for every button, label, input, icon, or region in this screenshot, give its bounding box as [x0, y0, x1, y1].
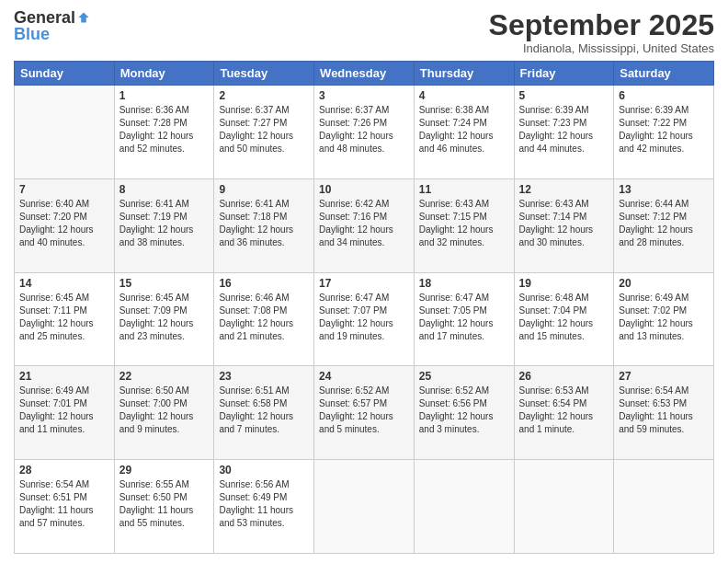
day-info: Sunrise: 6:49 AMSunset: 7:01 PMDaylight:… — [19, 385, 109, 436]
table-row: 28Sunrise: 6:54 AMSunset: 6:51 PMDayligh… — [15, 460, 115, 554]
col-thursday: Thursday — [414, 62, 514, 86]
day-number: 10 — [319, 183, 409, 196]
month-title: September 2025 — [489, 9, 714, 41]
day-number: 16 — [219, 277, 309, 290]
table-row: 9Sunrise: 6:41 AMSunset: 7:18 PMDaylight… — [214, 178, 314, 272]
day-info: Sunrise: 6:53 AMSunset: 6:54 PMDaylight:… — [519, 385, 609, 436]
day-info: Sunrise: 6:44 AMSunset: 7:12 PMDaylight:… — [619, 198, 709, 249]
day-info: Sunrise: 6:47 AMSunset: 7:05 PMDaylight:… — [419, 292, 509, 343]
day-number: 25 — [419, 370, 509, 383]
day-info: Sunrise: 6:50 AMSunset: 7:00 PMDaylight:… — [119, 385, 210, 436]
day-info: Sunrise: 6:55 AMSunset: 6:50 PMDaylight:… — [119, 478, 210, 530]
location: Indianola, Mississippi, United States — [489, 41, 714, 55]
day-info: Sunrise: 6:37 AMSunset: 7:26 PMDaylight:… — [319, 104, 409, 155]
logo: General Blue — [14, 9, 90, 42]
table-row — [15, 86, 115, 179]
table-row: 24Sunrise: 6:52 AMSunset: 6:57 PMDayligh… — [314, 366, 415, 460]
title-area: September 2025 Indianola, Mississippi, U… — [489, 9, 714, 55]
day-number: 2 — [219, 89, 309, 102]
day-number: 4 — [419, 89, 509, 102]
table-row — [414, 460, 514, 554]
day-info: Sunrise: 6:39 AMSunset: 7:23 PMDaylight:… — [519, 104, 609, 155]
calendar-week-row: 28Sunrise: 6:54 AMSunset: 6:51 PMDayligh… — [15, 460, 714, 554]
col-sunday: Sunday — [15, 62, 115, 86]
day-number: 22 — [119, 370, 210, 383]
day-number: 21 — [19, 370, 109, 383]
calendar-table: Sunday Monday Tuesday Wednesday Thursday… — [14, 61, 714, 554]
day-number: 26 — [519, 370, 609, 383]
day-info: Sunrise: 6:42 AMSunset: 7:16 PMDaylight:… — [319, 198, 409, 249]
day-number: 28 — [19, 464, 109, 477]
day-info: Sunrise: 6:40 AMSunset: 7:20 PMDaylight:… — [19, 198, 109, 249]
day-info: Sunrise: 6:38 AMSunset: 7:24 PMDaylight:… — [419, 104, 509, 155]
day-info: Sunrise: 6:43 AMSunset: 7:14 PMDaylight:… — [519, 198, 609, 249]
table-row: 18Sunrise: 6:47 AMSunset: 7:05 PMDayligh… — [414, 272, 514, 366]
day-number: 11 — [419, 183, 509, 196]
day-info: Sunrise: 6:51 AMSunset: 6:58 PMDaylight:… — [219, 385, 309, 436]
table-row: 26Sunrise: 6:53 AMSunset: 6:54 PMDayligh… — [514, 366, 614, 460]
col-tuesday: Tuesday — [214, 62, 314, 86]
table-row: 8Sunrise: 6:41 AMSunset: 7:19 PMDaylight… — [114, 178, 214, 272]
table-row: 10Sunrise: 6:42 AMSunset: 7:16 PMDayligh… — [314, 178, 415, 272]
calendar-week-row: 1Sunrise: 6:36 AMSunset: 7:28 PMDaylight… — [15, 86, 714, 179]
day-info: Sunrise: 6:37 AMSunset: 7:27 PMDaylight:… — [219, 104, 309, 155]
col-saturday: Saturday — [614, 62, 714, 86]
table-row: 17Sunrise: 6:47 AMSunset: 7:07 PMDayligh… — [314, 272, 415, 366]
day-info: Sunrise: 6:48 AMSunset: 7:04 PMDaylight:… — [519, 292, 609, 343]
day-info: Sunrise: 6:43 AMSunset: 7:15 PMDaylight:… — [419, 198, 509, 249]
calendar-week-row: 21Sunrise: 6:49 AMSunset: 7:01 PMDayligh… — [15, 366, 714, 460]
day-number: 1 — [119, 89, 210, 102]
table-row: 7Sunrise: 6:40 AMSunset: 7:20 PMDaylight… — [15, 178, 115, 272]
day-info: Sunrise: 6:41 AMSunset: 7:19 PMDaylight:… — [119, 198, 210, 249]
table-row: 5Sunrise: 6:39 AMSunset: 7:23 PMDaylight… — [514, 86, 614, 179]
table-row — [514, 460, 614, 554]
table-row: 25Sunrise: 6:52 AMSunset: 6:56 PMDayligh… — [414, 366, 514, 460]
day-number: 17 — [319, 277, 409, 290]
logo-icon — [77, 11, 90, 24]
day-info: Sunrise: 6:45 AMSunset: 7:09 PMDaylight:… — [119, 292, 210, 343]
logo-blue-text: Blue — [14, 26, 50, 42]
table-row: 16Sunrise: 6:46 AMSunset: 7:08 PMDayligh… — [214, 272, 314, 366]
day-number: 5 — [519, 89, 609, 102]
table-row: 4Sunrise: 6:38 AMSunset: 7:24 PMDaylight… — [414, 86, 514, 179]
day-number: 13 — [619, 183, 709, 196]
day-number: 9 — [219, 183, 309, 196]
day-number: 23 — [219, 370, 309, 383]
day-number: 27 — [619, 370, 709, 383]
table-row: 30Sunrise: 6:56 AMSunset: 6:49 PMDayligh… — [214, 460, 314, 554]
table-row: 2Sunrise: 6:37 AMSunset: 7:27 PMDaylight… — [214, 86, 314, 179]
table-row: 11Sunrise: 6:43 AMSunset: 7:15 PMDayligh… — [414, 178, 514, 272]
table-row: 19Sunrise: 6:48 AMSunset: 7:04 PMDayligh… — [514, 272, 614, 366]
logo-top-line: General — [14, 9, 90, 26]
day-info: Sunrise: 6:41 AMSunset: 7:18 PMDaylight:… — [219, 198, 309, 249]
day-number: 24 — [319, 370, 409, 383]
logo-general-text: General — [14, 9, 75, 26]
calendar-week-row: 7Sunrise: 6:40 AMSunset: 7:20 PMDaylight… — [15, 178, 714, 272]
day-info: Sunrise: 6:46 AMSunset: 7:08 PMDaylight:… — [219, 292, 309, 343]
calendar-week-row: 14Sunrise: 6:45 AMSunset: 7:11 PMDayligh… — [15, 272, 714, 366]
col-wednesday: Wednesday — [314, 62, 415, 86]
page: General Blue September 2025 Indianola, M… — [0, 0, 728, 563]
day-number: 20 — [619, 277, 709, 290]
day-info: Sunrise: 6:47 AMSunset: 7:07 PMDaylight:… — [319, 292, 409, 343]
table-row: 29Sunrise: 6:55 AMSunset: 6:50 PMDayligh… — [114, 460, 214, 554]
day-info: Sunrise: 6:39 AMSunset: 7:22 PMDaylight:… — [619, 104, 709, 155]
day-info: Sunrise: 6:56 AMSunset: 6:49 PMDaylight:… — [219, 478, 309, 530]
table-row: 15Sunrise: 6:45 AMSunset: 7:09 PMDayligh… — [114, 272, 214, 366]
table-row: 21Sunrise: 6:49 AMSunset: 7:01 PMDayligh… — [15, 366, 115, 460]
col-friday: Friday — [514, 62, 614, 86]
table-row: 13Sunrise: 6:44 AMSunset: 7:12 PMDayligh… — [614, 178, 714, 272]
day-info: Sunrise: 6:52 AMSunset: 6:56 PMDaylight:… — [419, 385, 509, 436]
day-number: 15 — [119, 277, 210, 290]
day-number: 30 — [219, 464, 309, 477]
day-number: 18 — [419, 277, 509, 290]
col-monday: Monday — [114, 62, 214, 86]
day-number: 14 — [19, 277, 109, 290]
table-row — [614, 460, 714, 554]
day-info: Sunrise: 6:36 AMSunset: 7:28 PMDaylight:… — [119, 104, 210, 155]
day-info: Sunrise: 6:54 AMSunset: 6:51 PMDaylight:… — [19, 478, 109, 530]
day-number: 19 — [519, 277, 609, 290]
table-row: 12Sunrise: 6:43 AMSunset: 7:14 PMDayligh… — [514, 178, 614, 272]
day-number: 3 — [319, 89, 409, 102]
calendar-header-row: Sunday Monday Tuesday Wednesday Thursday… — [15, 62, 714, 86]
